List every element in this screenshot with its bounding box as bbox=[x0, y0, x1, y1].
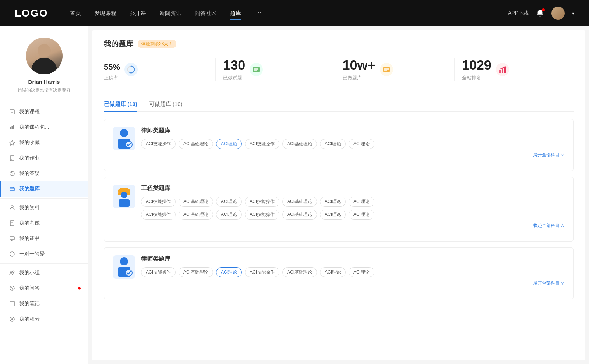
tag-item[interactable]: ACI理论 bbox=[349, 197, 374, 207]
tag-item[interactable]: ACI理论 bbox=[216, 210, 242, 220]
tag-item[interactable]: ACI技能操作 bbox=[141, 197, 176, 207]
content-inner: 我的题库 体验剩余23天！ 55% 正确率 bbox=[92, 30, 585, 360]
nav-discover[interactable]: 发现课程 bbox=[94, 8, 116, 18]
bank-card-1: 律师类题库 ACI技能操作 ACI基础理论 ACI理论 ACI技能操作 ACI基… bbox=[104, 119, 574, 171]
tag-item[interactable]: ACI理论 bbox=[320, 139, 346, 149]
tabs-bar: 已做题库 (10) 可做题库 (10) bbox=[104, 101, 574, 112]
group-icon bbox=[9, 270, 15, 276]
svg-point-24 bbox=[13, 254, 14, 254]
sidebar-item-my-qa[interactable]: ? 我的答疑 bbox=[0, 166, 88, 181]
avatar[interactable] bbox=[551, 7, 565, 20]
tag-item[interactable]: ACI技能操作 bbox=[245, 210, 279, 220]
accuracy-label: 正确率 bbox=[104, 75, 120, 81]
sidebar-label-my-exam: 我的考试 bbox=[19, 220, 40, 226]
bank-1-expand[interactable]: 展开全部科目 ∨ bbox=[141, 152, 564, 158]
done-banks-label: 已做题库 bbox=[343, 75, 375, 81]
sidebar-label-my-course: 我的课程 bbox=[19, 108, 40, 115]
tag-item-active[interactable]: ACI理论 bbox=[216, 267, 242, 277]
page-header: 我的题库 体验剩余23天！ bbox=[104, 39, 574, 49]
tag-item-active[interactable]: ACI理论 bbox=[216, 139, 242, 149]
sidebar-item-my-profile[interactable]: 我的资料 bbox=[0, 200, 88, 215]
tag-item[interactable]: ACI基础理论 bbox=[179, 210, 213, 220]
tag-item[interactable]: ACI理论 bbox=[320, 267, 346, 277]
avatar-image bbox=[26, 38, 63, 74]
tab-done[interactable]: 已做题库 (10) bbox=[104, 101, 137, 111]
sidebar-item-my-questions[interactable]: ? 我的问答 bbox=[0, 281, 88, 296]
profile-avatar bbox=[26, 38, 63, 74]
bank-card-2-header: 工程类题库 ACI技能操作 ACI基础理论 ACI理论 ACI技能操作 ACI基… bbox=[113, 185, 564, 229]
tag-item[interactable]: ACI基础理论 bbox=[179, 267, 213, 277]
tag-item[interactable]: ACI理论 bbox=[320, 197, 346, 207]
tag-item[interactable]: ACI理论 bbox=[349, 210, 374, 220]
tag-item[interactable]: ACI技能操作 bbox=[141, 267, 176, 277]
profile-motto: 错误的决定比没有决定要好 bbox=[7, 87, 81, 93]
profile-icon bbox=[9, 204, 15, 211]
sidebar-item-my-favorites[interactable]: 我的收藏 bbox=[0, 135, 88, 150]
done-banks-icon bbox=[380, 63, 393, 76]
bank-2-tags-row1: ACI技能操作 ACI基础理论 ACI理论 ACI技能操作 ACI基础理论 AC… bbox=[141, 197, 564, 207]
sidebar-item-my-homework[interactable]: 我的作业 bbox=[0, 150, 88, 166]
notification-bell[interactable] bbox=[536, 9, 544, 17]
tag-item[interactable]: ACI基础理论 bbox=[282, 139, 317, 149]
sidebar-item-my-exam[interactable]: 我的考试 bbox=[0, 215, 88, 231]
nav-home[interactable]: 首页 bbox=[70, 8, 81, 18]
sidebar-label-my-bank: 我的题库 bbox=[19, 186, 40, 192]
sidebar: Brian Harris 错误的决定比没有决定要好 我的课程 我的课程包... bbox=[0, 26, 88, 364]
nav-open[interactable]: 公开课 bbox=[130, 8, 146, 18]
done-questions-value: 130 bbox=[223, 58, 245, 73]
done-banks-value: 10w+ bbox=[343, 58, 375, 73]
sidebar-item-my-bank[interactable]: 我的题库 bbox=[0, 181, 88, 197]
accuracy-icon bbox=[124, 63, 138, 76]
sidebar-label-my-points: 我的积分 bbox=[19, 316, 40, 322]
svg-rect-45 bbox=[502, 68, 503, 73]
sidebar-item-my-package[interactable]: 我的课程包... bbox=[0, 119, 88, 135]
tag-item[interactable]: ACI基础理论 bbox=[282, 267, 317, 277]
tag-item[interactable]: ACI基础理论 bbox=[179, 197, 213, 207]
avatar-dropdown-icon[interactable]: ▾ bbox=[572, 11, 574, 16]
nav-more[interactable]: ··· bbox=[257, 8, 263, 18]
bank-3-expand[interactable]: 展开全部科目 ∨ bbox=[141, 280, 564, 286]
sidebar-item-one-on-one[interactable]: 一对一答疑 bbox=[0, 246, 88, 262]
sidebar-item-my-course[interactable]: 我的课程 bbox=[0, 104, 88, 119]
tag-item[interactable]: ACI基础理论 bbox=[282, 210, 317, 220]
sidebar-label-my-cert: 我的证书 bbox=[19, 235, 40, 242]
nav-bank[interactable]: 题库 bbox=[230, 8, 241, 18]
book-icon bbox=[9, 108, 15, 115]
svg-rect-3 bbox=[10, 127, 11, 129]
logo[interactable]: LOGO bbox=[15, 7, 48, 19]
tag-item[interactable]: ACI理论 bbox=[216, 197, 242, 207]
tag-item[interactable]: ACI理论 bbox=[349, 267, 374, 277]
exam-icon bbox=[9, 220, 15, 226]
tag-item[interactable]: ACI技能操作 bbox=[245, 267, 279, 277]
sidebar-item-my-group[interactable]: 我的小组 bbox=[0, 265, 88, 281]
bank-2-tags-row2: ACI技能操作 ACI基础理论 ACI理论 ACI技能操作 ACI基础理论 AC… bbox=[141, 210, 564, 220]
stat-done-banks: 10w+ 已做题库 bbox=[335, 58, 455, 81]
tag-item[interactable]: ACI理论 bbox=[349, 139, 374, 149]
tag-item[interactable]: ACI基础理论 bbox=[282, 197, 317, 207]
tag-item[interactable]: ACI理论 bbox=[320, 210, 346, 220]
tab-todo[interactable]: 可做题库 (10) bbox=[149, 101, 183, 111]
questions-notification-dot bbox=[78, 287, 81, 290]
app-download-button[interactable]: APP下载 bbox=[508, 10, 529, 17]
profile-name: Brian Harris bbox=[7, 79, 81, 85]
bank-card-3-header: 律师类题库 ACI技能操作 ACI基础理论 ACI理论 ACI技能操作 ACI基… bbox=[113, 255, 564, 286]
nav-news[interactable]: 新闻资讯 bbox=[159, 8, 181, 18]
tag-item[interactable]: ACI技能操作 bbox=[141, 139, 176, 149]
done-questions-icon bbox=[250, 63, 263, 76]
nav-qa[interactable]: 问答社区 bbox=[195, 8, 217, 18]
tag-item[interactable]: ACI技能操作 bbox=[141, 210, 176, 220]
bank-2-collapse[interactable]: 收起全部科目 ∧ bbox=[141, 222, 564, 229]
sidebar-menu: 我的课程 我的课程包... 我的收藏 我的作业 bbox=[0, 101, 88, 330]
bank-title-2: 工程类题库 bbox=[141, 185, 564, 192]
tag-item[interactable]: ACI技能操作 bbox=[245, 139, 279, 149]
tag-item[interactable]: ACI基础理论 bbox=[179, 139, 213, 149]
sidebar-item-my-points[interactable]: 我的积分 bbox=[0, 311, 88, 327]
bank-card-3: 律师类题库 ACI技能操作 ACI基础理论 ACI理论 ACI技能操作 ACI基… bbox=[104, 247, 574, 299]
sidebar-item-my-cert[interactable]: 我的证书 bbox=[0, 231, 88, 246]
svg-text:?: ? bbox=[11, 172, 13, 176]
homework-icon bbox=[9, 155, 15, 161]
sidebar-item-my-notes[interactable]: 我的笔记 bbox=[0, 296, 88, 311]
star-icon bbox=[9, 139, 15, 146]
bank-icon-engineer bbox=[113, 185, 135, 208]
tag-item[interactable]: ACI技能操作 bbox=[245, 197, 279, 207]
